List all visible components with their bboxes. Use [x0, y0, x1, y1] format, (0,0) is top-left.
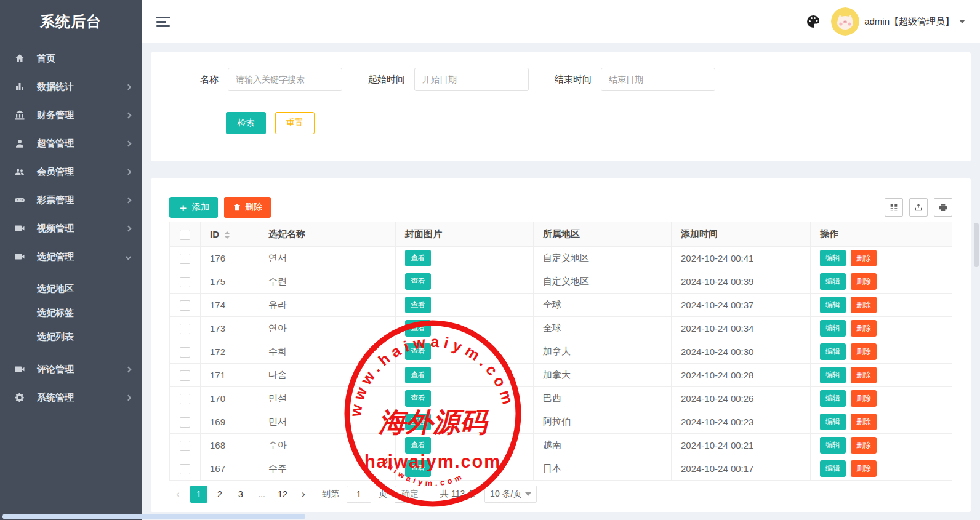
- per-page-select[interactable]: 10 条/页: [484, 486, 537, 503]
- page-2[interactable]: 2: [211, 486, 228, 503]
- edit-button[interactable]: 编辑: [820, 320, 846, 337]
- row-checkbox[interactable]: [180, 254, 190, 264]
- select-all-checkbox[interactable]: [180, 230, 190, 240]
- gear-icon: [14, 391, 26, 404]
- add-button[interactable]: ＋ 添加: [169, 197, 218, 218]
- keyword-input[interactable]: [228, 68, 342, 91]
- sidebar-item-concubine[interactable]: 选妃管理: [0, 242, 142, 271]
- chevron-down-icon: [126, 254, 132, 260]
- view-button[interactable]: 查看: [405, 414, 431, 430]
- row-checkbox[interactable]: [180, 324, 190, 334]
- page-1[interactable]: 1: [190, 486, 207, 503]
- reset-button[interactable]: 重置: [275, 112, 315, 134]
- search-button[interactable]: 检索: [226, 112, 266, 134]
- sidebar-item-concubine-list[interactable]: 选妃列表: [0, 325, 142, 349]
- sidebar-item-members[interactable]: 会员管理: [0, 158, 142, 186]
- table-header-row: ID 选妃名称 封面图片 所属地区 添加时间 操作: [170, 222, 952, 247]
- print-button[interactable]: [934, 198, 952, 217]
- edit-button[interactable]: 编辑: [820, 297, 846, 313]
- page-ellipsis: ...: [253, 486, 270, 503]
- sidebar-item-concubine-region[interactable]: 选妃地区: [0, 277, 142, 301]
- delete-row-button[interactable]: 删除: [851, 437, 877, 454]
- delete-row-button[interactable]: 删除: [851, 320, 877, 337]
- view-button[interactable]: 查看: [405, 367, 431, 383]
- row-checkbox[interactable]: [180, 464, 190, 474]
- goto-confirm-button[interactable]: 确定: [395, 486, 425, 503]
- delete-row-button[interactable]: 删除: [851, 343, 877, 360]
- sort-icon[interactable]: [224, 231, 230, 239]
- next-page-button[interactable]: ›: [295, 486, 312, 503]
- sidebar-toggle-icon[interactable]: [156, 14, 171, 30]
- users-icon: [14, 166, 26, 178]
- table-row: 173 연아 查看 全球 2024-10-24 00:34 编辑删除: [170, 317, 952, 340]
- vertical-scrollbar[interactable]: [974, 223, 979, 267]
- edit-button[interactable]: 编辑: [820, 460, 846, 477]
- table-row: 169 민서 查看 阿拉伯 2024-10-24 00:23 编辑删除: [170, 410, 952, 434]
- edit-button[interactable]: 编辑: [820, 390, 846, 407]
- view-button[interactable]: 查看: [405, 437, 431, 454]
- edit-button[interactable]: 编辑: [820, 437, 846, 454]
- view-button[interactable]: 查看: [405, 460, 431, 477]
- edit-button[interactable]: 编辑: [820, 343, 846, 360]
- chevron-right-icon: [126, 84, 132, 90]
- sidebar-item-lottery[interactable]: 彩票管理: [0, 186, 142, 214]
- delete-row-button[interactable]: 删除: [851, 250, 877, 266]
- row-checkbox[interactable]: [180, 441, 190, 451]
- sidebar-item-comments[interactable]: 评论管理: [0, 355, 142, 383]
- topbar: admin【超级管理员】: [142, 0, 980, 43]
- view-button[interactable]: 查看: [405, 320, 431, 337]
- edit-button[interactable]: 编辑: [820, 250, 846, 266]
- page-12[interactable]: 12: [274, 486, 291, 503]
- row-checkbox[interactable]: [180, 394, 190, 404]
- col-cover: 封面图片: [396, 222, 534, 247]
- delete-row-button[interactable]: 删除: [851, 273, 877, 290]
- table-row: 167 수주 查看 日本 2024-10-24 00:17 编辑删除: [170, 457, 952, 481]
- sidebar-item-system[interactable]: 系统管理: [0, 383, 142, 412]
- theme-palette-icon[interactable]: [805, 14, 821, 30]
- filter-panel: 名称 起始时间 结束时间 检索 重置: [151, 52, 971, 161]
- view-button[interactable]: 查看: [405, 390, 431, 407]
- row-checkbox[interactable]: [180, 300, 190, 311]
- end-time-label: 结束时间: [555, 74, 592, 86]
- edit-button[interactable]: 编辑: [820, 367, 846, 383]
- user-menu[interactable]: admin【超级管理员】: [831, 7, 965, 36]
- delete-button[interactable]: 删除: [224, 197, 271, 218]
- chevron-right-icon: [126, 140, 132, 146]
- total-count: 共 113 条: [440, 489, 476, 500]
- chart-icon: [14, 81, 26, 93]
- col-id[interactable]: ID: [201, 222, 259, 247]
- sidebar-item-home[interactable]: 首页: [0, 44, 142, 73]
- view-button[interactable]: 查看: [405, 273, 431, 290]
- export-button[interactable]: [909, 198, 928, 217]
- row-checkbox[interactable]: [180, 417, 190, 428]
- user-name: admin【超级管理员】: [864, 16, 954, 28]
- view-button[interactable]: 查看: [405, 297, 431, 313]
- filter-columns-button[interactable]: [885, 198, 903, 217]
- export-icon: [914, 202, 923, 212]
- goto-page-input[interactable]: [347, 486, 371, 503]
- sidebar-item-statistics[interactable]: 数据统计: [0, 73, 142, 101]
- edit-button[interactable]: 编辑: [820, 273, 846, 290]
- prev-page-button[interactable]: ‹: [169, 486, 187, 503]
- view-button[interactable]: 查看: [405, 250, 431, 266]
- page-3[interactable]: 3: [232, 486, 249, 503]
- delete-row-button[interactable]: 删除: [851, 460, 877, 477]
- start-date-input[interactable]: [414, 68, 529, 91]
- row-checkbox[interactable]: [180, 347, 190, 358]
- sidebar-item-video[interactable]: 视频管理: [0, 214, 142, 242]
- goto-prefix: 到第: [322, 489, 339, 500]
- row-checkbox[interactable]: [180, 277, 190, 287]
- delete-row-button[interactable]: 删除: [851, 367, 877, 383]
- delete-row-button[interactable]: 删除: [851, 390, 877, 407]
- sidebar-item-superadmin[interactable]: 超管管理: [0, 129, 142, 158]
- sidebar-item-concubine-tags[interactable]: 选妃标签: [0, 301, 142, 325]
- edit-button[interactable]: 编辑: [820, 414, 846, 430]
- delete-row-button[interactable]: 删除: [851, 414, 877, 430]
- delete-row-button[interactable]: 删除: [851, 297, 877, 313]
- horizontal-scrollbar[interactable]: [2, 514, 305, 519]
- end-date-input[interactable]: [601, 68, 715, 91]
- row-checkbox[interactable]: [180, 370, 190, 381]
- sidebar-item-finance[interactable]: 财务管理: [0, 101, 142, 129]
- avatar: [831, 7, 859, 36]
- view-button[interactable]: 查看: [405, 343, 431, 360]
